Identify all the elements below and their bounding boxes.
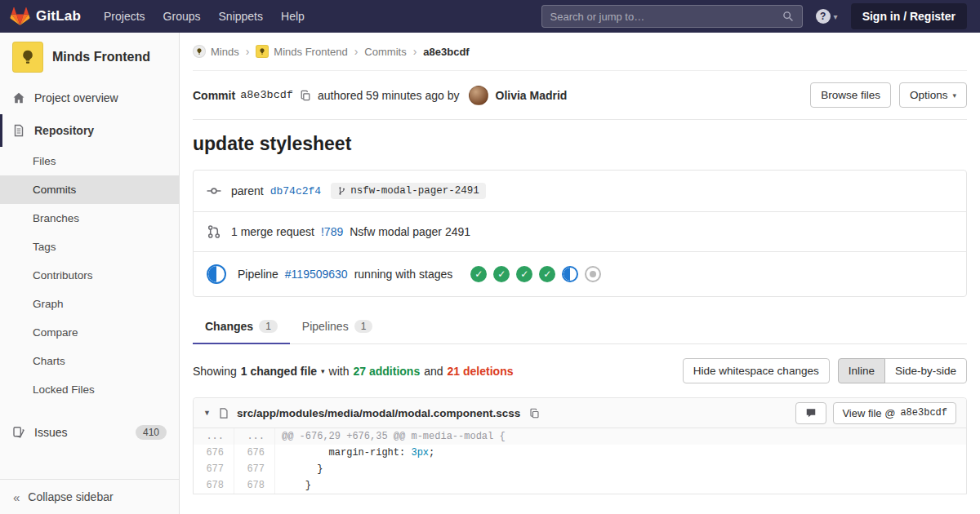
pipeline-stage-passed-icon[interactable]: ✓ (470, 266, 487, 282)
view-file-sha: a8e3bcdf (900, 407, 947, 419)
new-line-number[interactable]: 677 (234, 461, 275, 477)
pipeline-stage-passed-icon[interactable]: ✓ (539, 266, 555, 282)
diff-file-path[interactable]: src/app/modules/media/modal/modal.compon… (237, 407, 520, 419)
old-line-number[interactable]: 676 (194, 445, 234, 461)
diff-line-row: 676 676 margin-right: 3px; (194, 445, 966, 461)
global-search[interactable] (541, 5, 803, 28)
author-name[interactable]: Olivia Madrid (496, 89, 568, 102)
commit-icon (207, 184, 221, 198)
pipeline-stage-created-icon[interactable] (585, 266, 601, 282)
pipeline-id-link[interactable]: #119509630 (285, 268, 348, 281)
deletions-count: 21 deletions (448, 365, 514, 378)
sidebar-item-tags[interactable]: Tags (0, 233, 179, 261)
group-avatar-icon (193, 45, 206, 58)
primary-nav: Projects Groups Snippets Help (104, 10, 305, 23)
sidebar-item-contributors[interactable]: Contributors (0, 261, 179, 290)
pipeline-stage-running-icon[interactable] (562, 266, 578, 282)
and-label: and (424, 365, 443, 378)
browse-files-button[interactable]: Browse files (810, 82, 891, 108)
project-context-header[interactable]: Minds Frontend (0, 33, 179, 82)
changed-files-label: 1 changed file (241, 365, 317, 378)
pipeline-stage-passed-icon[interactable]: ✓ (493, 266, 510, 282)
old-line-number[interactable]: 677 (194, 461, 234, 477)
old-line-number: ... (194, 428, 234, 445)
inline-view-button[interactable]: Inline (838, 358, 885, 383)
collapse-file-caret-icon[interactable]: ▼ (203, 409, 211, 417)
hide-whitespace-button[interactable]: Hide whitespace changes (683, 358, 830, 383)
question-icon: ? (816, 9, 831, 24)
mr-count-text: 1 merge request (231, 225, 314, 238)
pipeline-stages: ✓✓✓✓ (470, 266, 601, 282)
collapse-sidebar-button[interactable]: « Collapse sidebar (0, 479, 179, 514)
tab-changes[interactable]: Changes 1 (193, 308, 290, 344)
sidebar-item-repository[interactable]: Repository (0, 114, 179, 147)
pipeline-stage-passed-icon[interactable]: ✓ (516, 266, 532, 282)
diff-line-code: } (275, 461, 966, 477)
toggle-comments-button[interactable] (795, 402, 826, 424)
project-avatar (12, 42, 43, 73)
sidebar-item-branches[interactable]: Branches (0, 204, 179, 233)
top-navbar: GitLab Projects Groups Snippets Help ? ▾… (0, 0, 980, 33)
sign-in-button[interactable]: Sign in / Register (851, 3, 967, 29)
search-input[interactable] (550, 11, 782, 23)
sidebar-item-compare[interactable]: Compare (0, 318, 179, 347)
nav-help[interactable]: Help (281, 10, 305, 23)
pipeline-label: Pipeline (238, 268, 278, 281)
parent-label: parent (231, 184, 264, 197)
mr-title: Nsfw modal pager 2491 (350, 225, 470, 238)
nav-projects[interactable]: Projects (104, 10, 145, 23)
project-avatar-icon (256, 45, 269, 58)
diff-line-code: margin-right: 3px; (275, 445, 966, 461)
sidebar-item-project-overview[interactable]: Project overview (0, 82, 179, 114)
breadcrumb-project[interactable]: Minds Frontend (256, 45, 347, 58)
project-title: Minds Frontend (52, 50, 150, 64)
sidebar-item-charts[interactable]: Charts (0, 347, 179, 375)
sidebar-item-graph[interactable]: Graph (0, 290, 179, 318)
file-document-icon (218, 407, 229, 419)
tab-pipelines[interactable]: Pipelines 1 (290, 308, 385, 344)
view-file-label: View file @ (842, 407, 895, 419)
commit-info-box: parent db74c2f4 nsfw-modal-pager-2491 (193, 170, 967, 297)
brand-text: GitLab (36, 8, 81, 24)
changed-files-dropdown[interactable]: 1 changed file ▾ (241, 365, 325, 378)
options-dropdown-button[interactable]: Options ▾ (899, 82, 967, 108)
branch-name: nsfw-modal-pager-2491 (350, 185, 479, 197)
breadcrumb-commits[interactable]: Commits (364, 46, 406, 58)
navbar-right: ? ▾ Sign in / Register (541, 3, 967, 29)
view-file-button[interactable]: View file @ a8e3bcdf (833, 402, 956, 424)
hunk-header-text: @@ -676,29 +676,35 @@ m-media--modal { (275, 428, 966, 445)
new-line-number[interactable]: 678 (234, 477, 275, 494)
sidebar-item-commits[interactable]: Commits (0, 175, 179, 204)
issues-icon (12, 426, 25, 439)
diff-hunk-header-row: ... ... @@ -676,29 +676,35 @@ m-media--m… (194, 428, 966, 445)
pipeline-row: Pipeline #119509630 running with stages … (194, 251, 966, 296)
author-avatar[interactable] (469, 86, 488, 105)
old-line-number[interactable]: 678 (194, 477, 234, 494)
diff-line-row: 677 677 } (194, 461, 966, 477)
sidebar-item-locked-files[interactable]: Locked Files (0, 375, 179, 404)
copy-sha-button[interactable] (298, 88, 313, 103)
nav-groups[interactable]: Groups (163, 10, 201, 23)
breadcrumb-link[interactable]: Minds Frontend (274, 46, 347, 58)
parent-sha-link[interactable]: db74c2f4 (270, 185, 321, 197)
sidebar-item-issues[interactable]: Issues 410 (0, 415, 179, 450)
side-by-side-view-button[interactable]: Side-by-side (884, 358, 967, 383)
breadcrumb-current-sha: a8e3bcdf (423, 46, 469, 58)
help-menu[interactable]: ? ▾ (816, 9, 838, 24)
options-label: Options (910, 89, 948, 101)
pipeline-running-icon[interactable] (207, 264, 226, 284)
sidebar-item-files[interactable]: Files (0, 147, 179, 175)
breadcrumb-separator: › (354, 45, 359, 58)
breadcrumb-group[interactable]: Minds (193, 45, 239, 58)
copy-file-path-button[interactable] (528, 406, 541, 420)
diff-line-code: } (275, 477, 966, 494)
additions-count: 27 additions (354, 365, 421, 378)
chevron-down-icon: ▾ (834, 12, 838, 21)
new-line-number[interactable]: 676 (234, 445, 275, 461)
sidebar-item-label: Project overview (34, 91, 118, 104)
mr-id-link[interactable]: !789 (321, 225, 343, 238)
breadcrumb-link[interactable]: Minds (211, 46, 239, 58)
nav-snippets[interactable]: Snippets (219, 10, 263, 23)
branch-ref[interactable]: nsfw-modal-pager-2491 (331, 183, 486, 199)
gitlab-home-link[interactable]: GitLab (10, 7, 81, 26)
